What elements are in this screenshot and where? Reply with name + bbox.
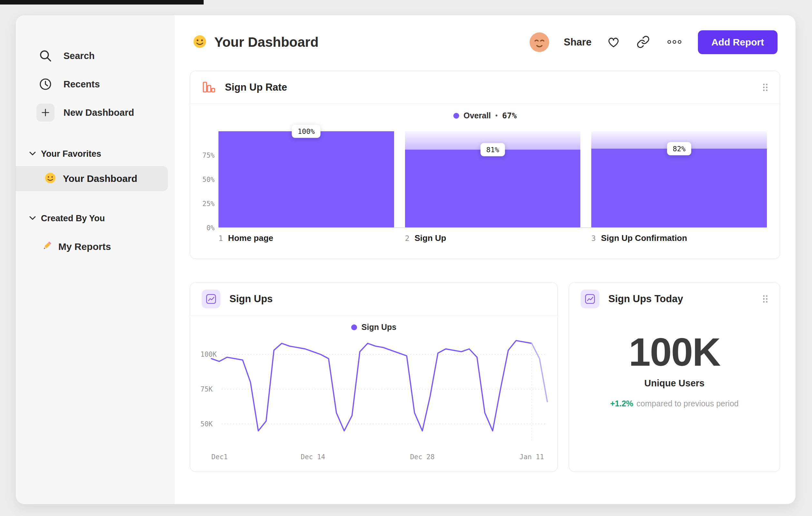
section-label: Your Favorites: [41, 149, 101, 159]
step-number: 2: [405, 234, 410, 243]
dashboard-header: Your Dashboard Share: [190, 15, 780, 67]
bar-chart-icon: [202, 80, 216, 95]
svg-text:Dec1: Dec1: [211, 453, 228, 461]
copy-link-button[interactable]: [635, 34, 651, 50]
funnel-fill-segment: [405, 150, 581, 227]
funnel-value-tag: 100%: [292, 125, 321, 138]
funnel-legend: Overall • 67%: [190, 111, 780, 120]
sidebar-item-label: Search: [63, 51, 95, 61]
plus-icon: [36, 104, 54, 121]
chevron-down-icon: [29, 151, 36, 157]
funnel-category-label: 1Home page: [219, 233, 394, 243]
delta-percent: +1.2%: [610, 399, 634, 408]
sidebar-item-my-reports[interactable]: My Reports: [16, 233, 174, 260]
funnel-y-axis: 75%50%25%0%: [198, 131, 219, 228]
step-name: Sign Up: [415, 233, 446, 243]
legend-label: Overall: [464, 111, 491, 120]
card-header: Sign Ups: [190, 282, 557, 316]
cards-row: Sign Ups Sign Ups 100K75K50KDec1Dec 14De…: [190, 282, 780, 472]
heart-icon: [606, 35, 620, 50]
funnel-value-tag: 82%: [667, 142, 692, 155]
svg-text:Dec 28: Dec 28: [410, 453, 435, 461]
legend-separator: •: [495, 112, 497, 119]
funnel-bar-2[interactable]: 81%: [405, 131, 581, 227]
funnel-category-label: 2Sign Up: [405, 233, 581, 243]
more-options-button[interactable]: [665, 34, 684, 50]
app-window: Search Recents New Dashboard Your Favori…: [16, 15, 796, 505]
smiley-face-icon: [44, 172, 56, 185]
line-chart-icon: [202, 290, 221, 308]
legend-value: 67%: [502, 111, 517, 120]
header-actions: Share Add Report: [529, 30, 778, 54]
main-content: Your Dashboard Share: [174, 15, 795, 504]
step-number: 3: [591, 234, 596, 243]
svg-text:Dec 14: Dec 14: [301, 453, 325, 461]
share-button[interactable]: Share: [564, 36, 591, 48]
background-window-artifact: [0, 0, 204, 4]
sidebar-item-label: Your Dashboard: [63, 173, 137, 184]
sidebar-item-new-dashboard[interactable]: New Dashboard: [16, 98, 174, 127]
card-header: Sign Ups Today: [569, 282, 780, 316]
y-tick-label: 0%: [207, 224, 214, 232]
card-sign-ups: Sign Ups Sign Ups 100K75K50KDec1Dec 14De…: [190, 282, 558, 472]
y-tick-label: 50%: [202, 176, 214, 184]
step-number: 1: [219, 234, 223, 243]
card-sign-ups-today: Sign Ups Today 100K Unique Users +1.2%co…: [569, 282, 780, 472]
add-report-button[interactable]: Add Report: [698, 30, 778, 54]
smiley-face-icon: [192, 34, 207, 50]
metric-label: Unique Users: [569, 378, 780, 389]
svg-text:100K: 100K: [200, 350, 217, 358]
card-title: Sign Up Rate: [225, 82, 287, 93]
step-name: Home page: [228, 233, 273, 243]
sidebar-item-label: My Reports: [58, 241, 111, 252]
favorite-button[interactable]: [606, 34, 621, 50]
sidebar-item-recents[interactable]: Recents: [16, 70, 174, 98]
sidebar-item-your-dashboard[interactable]: Your Dashboard: [16, 166, 168, 191]
card-sign-up-rate: Sign Up Rate Overall • 67% 75%50%25%0% 1…: [190, 71, 780, 259]
pencil-icon: [41, 240, 53, 253]
page-title: Your Dashboard: [214, 34, 319, 50]
user-avatar[interactable]: [529, 32, 550, 53]
funnel-bars: 100%81%82%: [219, 131, 767, 228]
y-tick-label: 25%: [202, 200, 214, 208]
funnel-x-axis: 1Home page2Sign Up3Sign Up Confirmation: [190, 228, 780, 243]
link-icon: [636, 35, 650, 50]
line-chart[interactable]: 100K75K50KDec1Dec 14Dec 28Jan 11: [199, 335, 549, 466]
chevron-down-icon: [29, 215, 36, 221]
funnel-chart: 75%50%25%0% 100%81%82%: [190, 120, 780, 228]
search-icon: [36, 47, 54, 65]
sidebar-item-search[interactable]: Search: [16, 42, 174, 70]
metric-value: 100K: [569, 330, 780, 375]
svg-text:75K: 75K: [200, 385, 213, 393]
card-header: Sign Up Rate: [190, 71, 780, 104]
svg-text:Jan 11: Jan 11: [519, 453, 544, 461]
section-label: Created By You: [41, 214, 105, 223]
funnel-bar-1[interactable]: 100%: [219, 131, 394, 227]
section-your-favorites[interactable]: Your Favorites: [16, 143, 174, 164]
funnel-category-label: 3Sign Up Confirmation: [591, 233, 767, 243]
funnel-value-tag: 81%: [481, 143, 505, 156]
legend-dot-icon: [351, 324, 357, 330]
delta-note: compared to previous period: [636, 399, 738, 408]
y-tick-label: 75%: [202, 152, 214, 159]
clock-icon: [36, 75, 54, 93]
line-chart-icon: [581, 290, 599, 308]
legend-label: Sign Ups: [361, 323, 396, 332]
funnel-fill-segment: [591, 149, 767, 227]
legend-dot-icon: [453, 113, 459, 119]
drag-handle-icon[interactable]: [762, 83, 768, 92]
card-title: Sign Ups Today: [608, 293, 683, 305]
section-created-by-you[interactable]: Created By You: [16, 208, 174, 229]
ellipsis-icon: [667, 39, 682, 46]
metric-body: 100K Unique Users +1.2%compared to previ…: [569, 316, 780, 408]
funnel-bar-3[interactable]: 82%: [591, 131, 767, 227]
sidebar: Search Recents New Dashboard Your Favori…: [16, 15, 174, 504]
step-name: Sign Up Confirmation: [601, 233, 687, 243]
line-legend: Sign Ups: [190, 323, 557, 332]
drag-handle-icon[interactable]: [762, 294, 768, 303]
card-title: Sign Ups: [229, 293, 272, 305]
sidebar-item-label: Recents: [63, 79, 100, 90]
sidebar-item-label: New Dashboard: [63, 107, 134, 118]
svg-text:50K: 50K: [200, 420, 213, 428]
metric-delta: +1.2%compared to previous period: [569, 399, 780, 408]
